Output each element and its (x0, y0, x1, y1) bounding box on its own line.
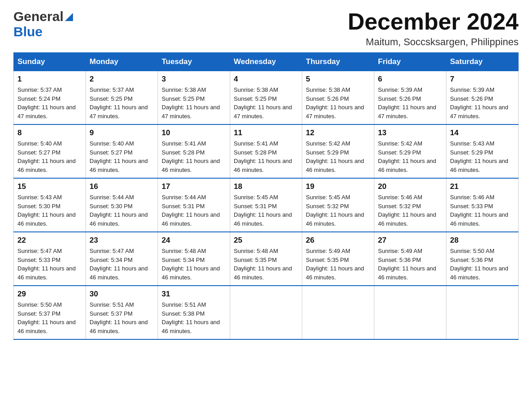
day-info: Sunrise: 5:48 AM Sunset: 5:35 PM Dayligh… (234, 247, 298, 282)
day-number: 24 (162, 236, 226, 245)
calendar-cell: 5 Sunrise: 5:38 AM Sunset: 5:26 PM Dayli… (302, 71, 374, 125)
day-info: Sunrise: 5:37 AM Sunset: 5:24 PM Dayligh… (17, 86, 82, 120)
calendar-cell: 20 Sunrise: 5:46 AM Sunset: 5:32 PM Dayl… (374, 178, 446, 232)
day-number: 12 (306, 128, 370, 137)
day-number: 2 (90, 75, 154, 84)
day-number: 26 (306, 236, 370, 245)
column-header-friday: Friday (374, 53, 446, 71)
day-info: Sunrise: 5:48 AM Sunset: 5:34 PM Dayligh… (162, 247, 226, 282)
column-header-wednesday: Wednesday (230, 53, 302, 71)
day-info: Sunrise: 5:40 AM Sunset: 5:27 PM Dayligh… (17, 139, 82, 174)
day-number: 10 (162, 128, 226, 137)
calendar-cell (302, 286, 374, 339)
calendar-cell: 28 Sunrise: 5:50 AM Sunset: 5:36 PM Dayl… (446, 232, 519, 286)
calendar-cell: 25 Sunrise: 5:48 AM Sunset: 5:35 PM Dayl… (230, 232, 302, 286)
logo-triangle-icon (65, 13, 73, 21)
calendar-cell: 17 Sunrise: 5:44 AM Sunset: 5:31 PM Dayl… (158, 178, 230, 232)
calendar-cell: 8 Sunrise: 5:40 AM Sunset: 5:27 PM Dayli… (14, 124, 86, 178)
day-number: 1 (17, 75, 82, 84)
calendar-cell: 3 Sunrise: 5:38 AM Sunset: 5:25 PM Dayli… (158, 71, 230, 125)
day-number: 21 (450, 182, 515, 191)
day-info: Sunrise: 5:39 AM Sunset: 5:26 PM Dayligh… (450, 86, 515, 120)
day-info: Sunrise: 5:40 AM Sunset: 5:27 PM Dayligh… (90, 139, 154, 174)
calendar-cell: 18 Sunrise: 5:45 AM Sunset: 5:31 PM Dayl… (230, 178, 302, 232)
day-number: 23 (90, 236, 154, 245)
day-number: 29 (17, 290, 82, 299)
day-number: 13 (378, 128, 442, 137)
day-number: 14 (450, 128, 515, 137)
day-number: 5 (306, 75, 370, 84)
day-info: Sunrise: 5:38 AM Sunset: 5:26 PM Dayligh… (306, 86, 370, 120)
day-info: Sunrise: 5:41 AM Sunset: 5:28 PM Dayligh… (234, 139, 298, 174)
day-number: 15 (17, 182, 82, 191)
calendar-cell: 16 Sunrise: 5:44 AM Sunset: 5:30 PM Dayl… (86, 178, 158, 232)
calendar-cell: 24 Sunrise: 5:48 AM Sunset: 5:34 PM Dayl… (158, 232, 230, 286)
calendar-cell: 13 Sunrise: 5:42 AM Sunset: 5:29 PM Dayl… (374, 124, 446, 178)
day-info: Sunrise: 5:51 AM Sunset: 5:38 PM Dayligh… (162, 300, 226, 335)
page-header: General Blue December 2024 Maitum, Soccs… (13, 9, 519, 48)
day-number: 27 (378, 236, 442, 245)
day-info: Sunrise: 5:47 AM Sunset: 5:34 PM Dayligh… (90, 247, 154, 282)
day-info: Sunrise: 5:39 AM Sunset: 5:26 PM Dayligh… (378, 86, 442, 120)
day-info: Sunrise: 5:46 AM Sunset: 5:33 PM Dayligh… (450, 193, 515, 228)
day-info: Sunrise: 5:43 AM Sunset: 5:29 PM Dayligh… (450, 139, 515, 174)
day-info: Sunrise: 5:51 AM Sunset: 5:37 PM Dayligh… (90, 300, 154, 335)
title-block: December 2024 Maitum, Soccsksargen, Phil… (348, 9, 519, 48)
day-number: 11 (234, 128, 298, 137)
day-info: Sunrise: 5:49 AM Sunset: 5:36 PM Dayligh… (378, 247, 442, 282)
day-number: 17 (162, 182, 226, 191)
week-row-4: 22 Sunrise: 5:47 AM Sunset: 5:33 PM Dayl… (14, 232, 519, 286)
calendar-cell: 23 Sunrise: 5:47 AM Sunset: 5:34 PM Dayl… (86, 232, 158, 286)
logo: General Blue (13, 9, 73, 39)
day-info: Sunrise: 5:41 AM Sunset: 5:28 PM Dayligh… (162, 139, 226, 174)
day-info: Sunrise: 5:44 AM Sunset: 5:31 PM Dayligh… (162, 193, 226, 228)
day-number: 30 (90, 290, 154, 299)
day-number: 18 (234, 182, 298, 191)
day-info: Sunrise: 5:49 AM Sunset: 5:35 PM Dayligh… (306, 247, 370, 282)
calendar-cell: 15 Sunrise: 5:43 AM Sunset: 5:30 PM Dayl… (14, 178, 86, 232)
day-info: Sunrise: 5:44 AM Sunset: 5:30 PM Dayligh… (90, 193, 154, 228)
day-number: 20 (378, 182, 442, 191)
week-row-1: 1 Sunrise: 5:37 AM Sunset: 5:24 PM Dayli… (14, 71, 519, 125)
day-info: Sunrise: 5:47 AM Sunset: 5:33 PM Dayligh… (17, 247, 82, 282)
day-number: 19 (306, 182, 370, 191)
calendar-cell: 12 Sunrise: 5:42 AM Sunset: 5:29 PM Dayl… (302, 124, 374, 178)
day-info: Sunrise: 5:42 AM Sunset: 5:29 PM Dayligh… (378, 139, 442, 174)
calendar-cell: 11 Sunrise: 5:41 AM Sunset: 5:28 PM Dayl… (230, 124, 302, 178)
day-info: Sunrise: 5:50 AM Sunset: 5:36 PM Dayligh… (450, 247, 515, 282)
column-header-monday: Monday (86, 53, 158, 71)
day-number: 31 (162, 290, 226, 299)
day-info: Sunrise: 5:42 AM Sunset: 5:29 PM Dayligh… (306, 139, 370, 174)
calendar-cell (446, 286, 519, 339)
calendar-cell: 27 Sunrise: 5:49 AM Sunset: 5:36 PM Dayl… (374, 232, 446, 286)
calendar-cell: 6 Sunrise: 5:39 AM Sunset: 5:26 PM Dayli… (374, 71, 446, 125)
calendar-cell: 19 Sunrise: 5:45 AM Sunset: 5:32 PM Dayl… (302, 178, 374, 232)
column-header-tuesday: Tuesday (158, 53, 230, 71)
calendar-cell: 9 Sunrise: 5:40 AM Sunset: 5:27 PM Dayli… (86, 124, 158, 178)
calendar-cell (374, 286, 446, 339)
calendar-cell: 29 Sunrise: 5:50 AM Sunset: 5:37 PM Dayl… (14, 286, 86, 339)
calendar-cell (230, 286, 302, 339)
logo-general: General (13, 9, 64, 24)
day-info: Sunrise: 5:45 AM Sunset: 5:31 PM Dayligh… (234, 193, 298, 228)
day-number: 4 (234, 75, 298, 84)
calendar-header-row: SundayMondayTuesdayWednesdayThursdayFrid… (14, 53, 519, 71)
calendar-cell: 26 Sunrise: 5:49 AM Sunset: 5:35 PM Dayl… (302, 232, 374, 286)
calendar-cell: 31 Sunrise: 5:51 AM Sunset: 5:38 PM Dayl… (158, 286, 230, 339)
location-subtitle: Maitum, Soccsksargen, Philippines (348, 36, 519, 48)
day-info: Sunrise: 5:43 AM Sunset: 5:30 PM Dayligh… (17, 193, 82, 228)
day-number: 25 (234, 236, 298, 245)
day-number: 3 (162, 75, 226, 84)
column-header-sunday: Sunday (14, 53, 86, 71)
day-number: 6 (378, 75, 442, 84)
day-number: 16 (90, 182, 154, 191)
day-number: 7 (450, 75, 515, 84)
day-info: Sunrise: 5:46 AM Sunset: 5:32 PM Dayligh… (378, 193, 442, 228)
calendar-cell: 7 Sunrise: 5:39 AM Sunset: 5:26 PM Dayli… (446, 71, 519, 125)
day-number: 8 (17, 128, 82, 137)
day-info: Sunrise: 5:37 AM Sunset: 5:25 PM Dayligh… (90, 86, 154, 120)
day-number: 9 (90, 128, 154, 137)
calendar-cell: 21 Sunrise: 5:46 AM Sunset: 5:33 PM Dayl… (446, 178, 519, 232)
week-row-2: 8 Sunrise: 5:40 AM Sunset: 5:27 PM Dayli… (14, 124, 519, 178)
calendar-cell: 10 Sunrise: 5:41 AM Sunset: 5:28 PM Dayl… (158, 124, 230, 178)
